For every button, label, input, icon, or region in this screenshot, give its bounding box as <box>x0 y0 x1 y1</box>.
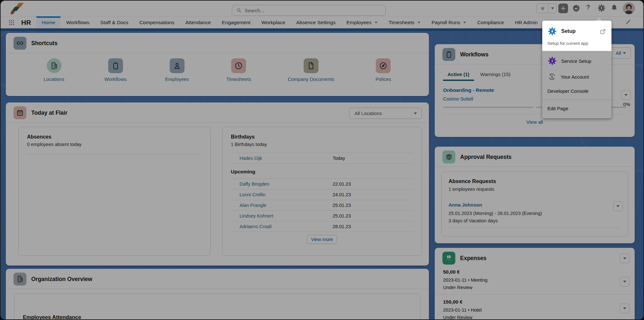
edit-page-item[interactable]: Edit Page <box>542 102 611 115</box>
service-setup-item[interactable]: Service Setup <box>542 53 611 69</box>
setup-dropdown-menu: Setup Setup for current app Service Setu… <box>542 21 611 118</box>
gear-bolt-icon <box>547 26 557 36</box>
developer-console-item[interactable]: Developer Console <box>542 84 611 98</box>
your-account-item[interactable]: Your Account <box>542 69 611 84</box>
app-window: Search... ? HR Home Workflows Staff & Do… <box>0 0 644 320</box>
setup-label: Setup <box>561 28 595 34</box>
external-link-icon <box>600 28 606 35</box>
gear-bolt-icon <box>547 56 557 66</box>
setup-description: Setup for current app <box>547 41 606 46</box>
refresh-dollar-icon <box>547 72 556 81</box>
setup-menu-item-highlighted[interactable]: Setup Setup for current app <box>542 21 611 51</box>
